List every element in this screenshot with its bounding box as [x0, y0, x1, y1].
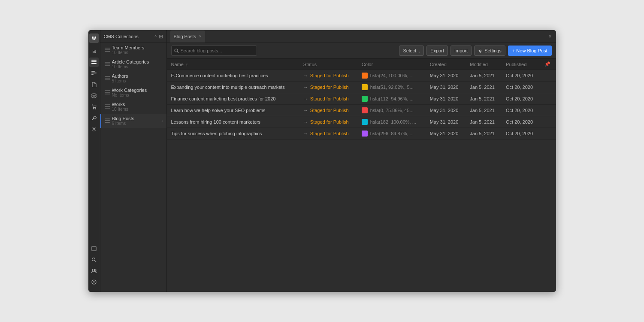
table-row[interactable]: Expanding your content into multiple out…: [167, 82, 556, 93]
svg-rect-1: [91, 61, 97, 62]
sidebar-close-btn[interactable]: ×: [154, 33, 157, 39]
svg-rect-10: [92, 246, 96, 251]
sidebar-item-work-categories[interactable]: Work Categories No Items: [100, 85, 166, 100]
table-body: E-Commerce content marketing best practi…: [167, 70, 556, 140]
pages-icon-btn[interactable]: [89, 244, 99, 253]
w-logo[interactable]: W: [89, 33, 99, 43]
status-text: Staged for Publish: [310, 73, 349, 78]
cell-color: hsla(24, 100.00%, ...: [357, 70, 426, 82]
sidebar-add-btn[interactable]: ⊞: [159, 33, 163, 39]
svg-point-37: [480, 50, 481, 52]
col-modified: Modified: [466, 59, 502, 70]
sidebar-item-blog-posts[interactable]: Blog Posts 6 Items ›: [100, 114, 166, 128]
sidebar-item-icon: [105, 90, 110, 95]
export-btn[interactable]: Export: [426, 46, 448, 56]
status-arrow-icon: →: [303, 73, 308, 78]
sidebar-item-name: Blog Posts: [112, 116, 160, 121]
sidebar-item-name: Article Categories: [112, 59, 163, 64]
cell-color: hsla(51, 92.02%, 5...: [357, 82, 426, 93]
help-icon-btn[interactable]: [89, 277, 99, 287]
settings-btn[interactable]: Settings: [474, 46, 505, 56]
sidebar-item-icon: [105, 62, 110, 67]
status-text: Staged for Publish: [310, 85, 349, 90]
icon-bar-bottom: [89, 244, 99, 287]
svg-point-6: [92, 94, 96, 95]
svg-rect-5: [91, 74, 94, 75]
sidebar-item-works[interactable]: Works 10 Items: [100, 100, 166, 114]
color-label: hsla(182, 100.00%, ...: [370, 119, 416, 125]
users-icon-btn[interactable]: [89, 266, 99, 276]
sidebar-item-authors[interactable]: Authors 5 Items: [100, 71, 166, 85]
cell-modified: Jan 5, 2021: [466, 70, 502, 82]
db-icon-btn[interactable]: [89, 91, 99, 100]
svg-point-8: [95, 108, 96, 109]
table-row[interactable]: Tips for success when pitching infograph…: [167, 128, 556, 140]
status-arrow-icon: →: [303, 85, 308, 90]
sidebar-items-container: Team Members 10 Items Article Categories…: [100, 43, 166, 128]
col-name[interactable]: Name ↑: [167, 59, 299, 70]
sidebar-item-article-categories[interactable]: Article Categories 10 Items: [100, 57, 166, 71]
cell-color: hsla(0, 75.86%, 45...: [357, 105, 426, 116]
cell-created: May 31, 2020: [426, 93, 466, 105]
cell-pin: [540, 116, 556, 128]
select-btn[interactable]: Select...: [399, 46, 424, 56]
table-row[interactable]: E-Commerce content marketing best practi…: [167, 70, 556, 82]
search-icon-btn[interactable]: [89, 255, 99, 264]
col-color: Color: [357, 59, 426, 70]
file-icon-btn[interactable]: [89, 80, 99, 89]
cell-status: → Staged for Publish: [299, 70, 357, 82]
blog-posts-tab[interactable]: Blog Posts ×: [170, 30, 205, 43]
col-published: Published: [502, 59, 540, 70]
settings-label: Settings: [484, 48, 502, 53]
grid-icon-btn[interactable]: ⊞: [89, 46, 99, 56]
tab-label: Blog Posts: [174, 34, 197, 39]
sidebar-item-content: Works 10 Items: [112, 102, 163, 112]
tab-close-btn[interactable]: ×: [199, 34, 202, 39]
app-window: W ⊞: [88, 30, 556, 292]
search-input[interactable]: [181, 48, 254, 53]
sidebar-header: CMS Collections × ⊞: [100, 30, 166, 43]
sidebar-item-name: Works: [112, 102, 163, 107]
new-blog-post-btn[interactable]: + New Blog Post: [508, 46, 552, 56]
color-label: hsla(0, 75.86%, 45...: [370, 108, 414, 113]
sidebar-item-team-members[interactable]: Team Members 10 Items: [100, 43, 166, 57]
import-btn[interactable]: Import: [450, 46, 472, 56]
search-box[interactable]: [171, 46, 257, 56]
new-post-label: + New Blog Post: [512, 48, 547, 53]
icon-bar-top: ⊞: [89, 46, 99, 242]
export-label: Export: [430, 48, 444, 53]
window-close-btn[interactable]: ×: [548, 33, 551, 39]
cell-published: Oct 20, 2020: [502, 82, 540, 93]
sidebar-item-name: Authors: [112, 73, 163, 79]
svg-point-13: [92, 269, 94, 271]
sidebar: CMS Collections × ⊞ Team Members 10 Item…: [100, 30, 167, 292]
cell-name: Finance content marketing best practices…: [167, 93, 299, 105]
tools-icon-btn[interactable]: [89, 113, 99, 123]
cell-published: Oct 20, 2020: [502, 116, 540, 128]
align-icon-btn[interactable]: [89, 69, 99, 78]
color-swatch: [362, 131, 368, 137]
gear-icon-btn[interactable]: [89, 125, 99, 134]
color-swatch: [362, 119, 368, 125]
search-icon: [174, 49, 179, 53]
cell-published: Oct 20, 2020: [502, 105, 540, 116]
svg-point-35: [175, 49, 178, 52]
table-row[interactable]: Learn how we help solve your SEO problem…: [167, 105, 556, 116]
layers-icon-btn[interactable]: [89, 58, 99, 67]
select-label: Select...: [403, 48, 420, 53]
color-label: hsla(24, 100.00%, ...: [370, 73, 414, 78]
col-created: Created: [426, 59, 466, 70]
status-arrow-icon: →: [303, 108, 308, 113]
table-row[interactable]: Lessons from hiring 100 content marketer…: [167, 116, 556, 128]
status-text: Staged for Publish: [310, 108, 349, 113]
cell-modified: Jan 5, 2021: [466, 105, 502, 116]
cell-pin: [540, 70, 556, 82]
cell-published: Oct 20, 2020: [502, 128, 540, 140]
sidebar-item-content: Article Categories 10 Items: [112, 59, 163, 69]
import-label: Import: [454, 48, 468, 53]
cell-name: Lessons from hiring 100 content marketer…: [167, 116, 299, 128]
table-row[interactable]: Finance content marketing best practices…: [167, 93, 556, 105]
blog-posts-table: Name ↑ Status Color Created Modified Pub…: [167, 59, 556, 140]
color-swatch: [362, 96, 368, 102]
cart-icon-btn[interactable]: [89, 102, 99, 112]
